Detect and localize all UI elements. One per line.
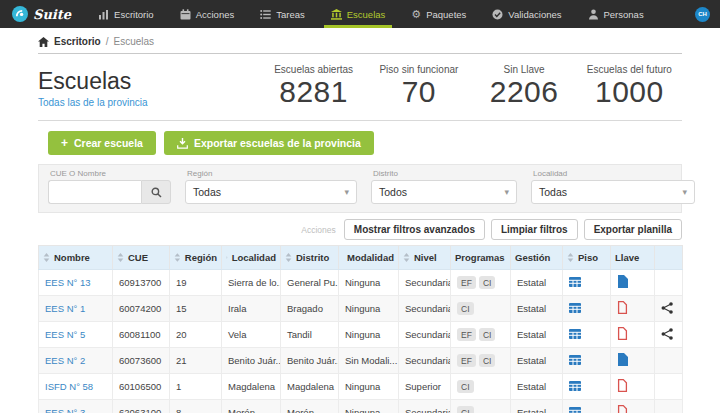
llave-icon-button[interactable]: [617, 327, 628, 340]
sort-icon[interactable]: [285, 253, 292, 262]
user-avatar[interactable]: CH: [695, 7, 710, 22]
cell-piso: [563, 400, 611, 413]
school-link[interactable]: EES N° 13: [45, 277, 91, 288]
search-input[interactable]: [48, 180, 141, 204]
export-sheet-button[interactable]: Exportar planilla: [584, 219, 682, 240]
piso-table-icon: [569, 276, 581, 288]
piso-icon-button[interactable]: [569, 380, 581, 392]
column-header[interactable]: [655, 246, 683, 270]
cell-nivel: Secundaria: [399, 400, 451, 413]
stat-value: 70: [366, 75, 471, 108]
llave-icon-button[interactable]: [617, 353, 628, 366]
table-row: EES N° 5 60081100 20 Vela Tandil Ninguna…: [39, 322, 683, 348]
sort-icon[interactable]: [43, 253, 50, 262]
share-button[interactable]: [661, 302, 673, 314]
llave-file-icon-red: [617, 405, 628, 413]
program-badge: CI: [457, 406, 474, 413]
school-link[interactable]: EES N° 5: [45, 329, 85, 340]
sort-icon[interactable]: [174, 253, 181, 262]
cell-distrito: Morón: [281, 400, 339, 413]
column-header[interactable]: Modalidad: [339, 246, 399, 270]
school-link[interactable]: EES N° 2: [45, 355, 85, 366]
localidad-select[interactable]: Todas ▾: [531, 180, 695, 204]
clear-filters-button[interactable]: Limpiar filtros: [491, 219, 578, 240]
cell-gestion: Estatal: [511, 322, 563, 348]
column-header[interactable]: Localidad: [222, 246, 281, 270]
cell-share: [655, 400, 683, 413]
search-icon: [151, 187, 162, 198]
cell-nivel: Superior: [399, 374, 451, 400]
cell-nivel: Secundaria: [399, 348, 451, 374]
school-link[interactable]: EES N° 3: [45, 407, 85, 413]
column-header[interactable]: Nombre: [39, 246, 113, 270]
export-schools-button[interactable]: Exportar escuelas de la provincia: [164, 131, 374, 155]
column-label: Nivel: [414, 252, 437, 263]
nav-item-escritorio[interactable]: Escritorio: [85, 0, 167, 28]
sort-icon[interactable]: [403, 253, 410, 262]
person-icon: [588, 9, 599, 20]
piso-icon-button[interactable]: [569, 354, 581, 366]
piso-icon-button[interactable]: [569, 328, 581, 340]
breadcrumb: Escritorio / Escuelas: [38, 28, 682, 54]
app-logo[interactable]: Suite: [0, 0, 85, 28]
piso-table-icon: [569, 380, 581, 392]
show-advanced-filters-button[interactable]: Mostrar filtros avanzados: [344, 219, 485, 240]
check-circle-icon: [492, 9, 503, 20]
llave-icon-button[interactable]: [617, 379, 628, 392]
cell-piso: [563, 270, 611, 296]
cell-region: 15: [170, 296, 222, 322]
nav-item-validaciones[interactable]: Validaciones: [479, 0, 574, 28]
cell-modalidad: Ninguna: [339, 296, 399, 322]
column-header[interactable]: Distrito: [281, 246, 339, 270]
school-link[interactable]: EES N° 1: [45, 303, 85, 314]
nav-item-paquetes[interactable]: ⚙ Paquetes: [398, 0, 479, 28]
column-header[interactable]: Gestión: [511, 246, 563, 270]
table-row: EES N° 13 60913700 19 Sierra de lo... Ge…: [39, 270, 683, 296]
share-icon: [661, 302, 673, 314]
column-label: Modalidad: [347, 252, 394, 263]
sort-icon[interactable]: [567, 253, 574, 262]
sort-icon[interactable]: [117, 253, 124, 262]
nav-item-escuelas[interactable]: Escuelas: [318, 0, 399, 28]
cell-programas: CI: [451, 296, 511, 322]
share-button[interactable]: [661, 328, 673, 340]
piso-icon-button[interactable]: [569, 276, 581, 288]
cell-region: 8: [170, 400, 222, 413]
llave-icon-button[interactable]: [617, 405, 628, 413]
breadcrumb-root[interactable]: Escritorio: [54, 36, 101, 47]
gear-icon: ⚙: [411, 9, 421, 20]
column-label: Programas: [455, 252, 505, 263]
column-header[interactable]: Nivel: [399, 246, 451, 270]
nav-item-personas[interactable]: Personas: [575, 0, 657, 28]
nav-label: Escritorio: [114, 9, 154, 20]
table-body: EES N° 13 60913700 19 Sierra de lo... Ge…: [39, 270, 683, 413]
llave-icon-button[interactable]: [617, 301, 628, 314]
school-link[interactable]: ISFD N° 58: [45, 381, 93, 392]
chevron-down-icon: ▾: [344, 187, 349, 197]
piso-table-icon: [569, 302, 581, 314]
cell-distrito: Magdalena: [281, 374, 339, 400]
search-button[interactable]: [141, 180, 171, 204]
nav-label: Paquetes: [426, 9, 466, 20]
cell-distrito: General Pu...: [281, 270, 339, 296]
filter-panel: CUE O Nombre Región Todas ▾ Distrito Tod…: [38, 164, 682, 213]
nav-item-tareas[interactable]: Tareas: [247, 0, 318, 28]
llave-icon-button[interactable]: [617, 275, 628, 288]
region-select[interactable]: Todas ▾: [185, 180, 357, 204]
list-icon: [260, 9, 271, 20]
create-school-button[interactable]: + Crear escuela: [48, 131, 156, 155]
distrito-select[interactable]: Todos ▾: [371, 180, 517, 204]
sort-icon[interactable]: [226, 253, 228, 262]
scope-link[interactable]: Todas las de la provincia: [38, 97, 253, 108]
column-header[interactable]: Región: [170, 246, 222, 270]
table-row: ISFD N° 58 60106500 1 Magdalena Magdalen…: [39, 374, 683, 400]
column-header[interactable]: Piso: [563, 246, 611, 270]
table-header-row: NombreCUERegiónLocalidadDistritoModalida…: [39, 246, 683, 270]
column-header[interactable]: CUE: [113, 246, 170, 270]
piso-icon-button[interactable]: [569, 406, 581, 413]
column-header[interactable]: Programas: [451, 246, 511, 270]
piso-icon-button[interactable]: [569, 302, 581, 314]
column-header[interactable]: Llave: [611, 246, 655, 270]
nav-item-acciones[interactable]: Acciones: [167, 0, 248, 28]
cell-llave: [611, 374, 655, 400]
